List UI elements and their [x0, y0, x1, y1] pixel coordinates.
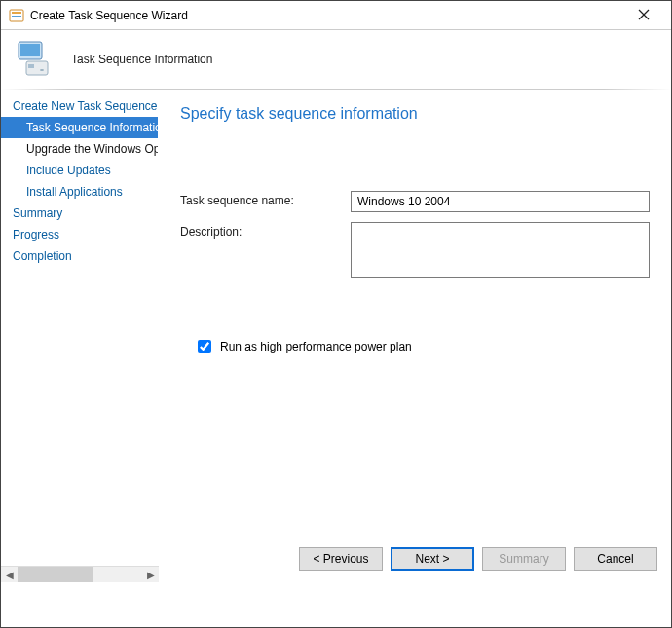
task-name-input[interactable]	[351, 191, 650, 212]
wizard-main-panel: Specify task sequence information Task s…	[159, 90, 671, 582]
sidebar-item-progress[interactable]: Progress	[1, 224, 158, 245]
computer-icon	[13, 38, 56, 81]
wizard-sidebar: Create New Task Sequence Task Sequence I…	[1, 90, 159, 582]
scroll-track[interactable]	[18, 567, 142, 582]
svg-rect-3	[12, 18, 19, 18]
header-title: Task Sequence Information	[71, 53, 212, 66]
description-textarea[interactable]	[351, 222, 650, 278]
previous-button[interactable]: < Previous	[299, 547, 383, 571]
close-button[interactable]	[624, 8, 663, 23]
high-performance-checkbox[interactable]	[198, 340, 211, 353]
svg-rect-7	[20, 44, 40, 56]
titlebar: Create Task Sequence Wizard	[1, 1, 671, 30]
sidebar-item-create-new[interactable]: Create New Task Sequence	[1, 95, 158, 117]
sidebar-item-summary[interactable]: Summary	[1, 203, 158, 224]
task-name-label: Task sequence name:	[180, 191, 351, 207]
high-performance-label: Run as high performance power plan	[220, 340, 412, 353]
svg-rect-9	[28, 64, 34, 68]
sidebar-item-completion[interactable]: Completion	[1, 245, 158, 267]
scroll-right-arrow-icon[interactable]: ▶	[142, 567, 159, 582]
wizard-footer: < Previous Next > Summary Cancel	[299, 547, 657, 571]
sidebar-item-task-sequence-info[interactable]: Task Sequence Information	[1, 117, 158, 138]
sidebar-item-install-applications[interactable]: Install Applications	[1, 181, 158, 203]
sidebar-item-upgrade-windows[interactable]: Upgrade the Windows Op	[1, 138, 158, 160]
page-title: Specify task sequence information	[180, 105, 650, 123]
next-button[interactable]: Next >	[391, 547, 474, 571]
wizard-title-icon	[9, 8, 24, 23]
wizard-header: Task Sequence Information	[1, 30, 671, 89]
description-label: Description:	[180, 222, 351, 239]
scroll-left-arrow-icon[interactable]: ◀	[1, 567, 18, 582]
close-icon	[638, 9, 650, 20]
window-title: Create Task Sequence Wizard	[30, 9, 624, 22]
scroll-thumb[interactable]	[18, 567, 93, 582]
sidebar-horizontal-scrollbar[interactable]: ◀ ▶	[1, 566, 159, 582]
svg-point-10	[40, 69, 44, 71]
cancel-button[interactable]: Cancel	[574, 547, 657, 571]
svg-rect-2	[12, 16, 21, 17]
sidebar-item-include-updates[interactable]: Include Updates	[1, 160, 158, 181]
svg-rect-1	[12, 12, 21, 14]
summary-button[interactable]: Summary	[482, 547, 566, 571]
